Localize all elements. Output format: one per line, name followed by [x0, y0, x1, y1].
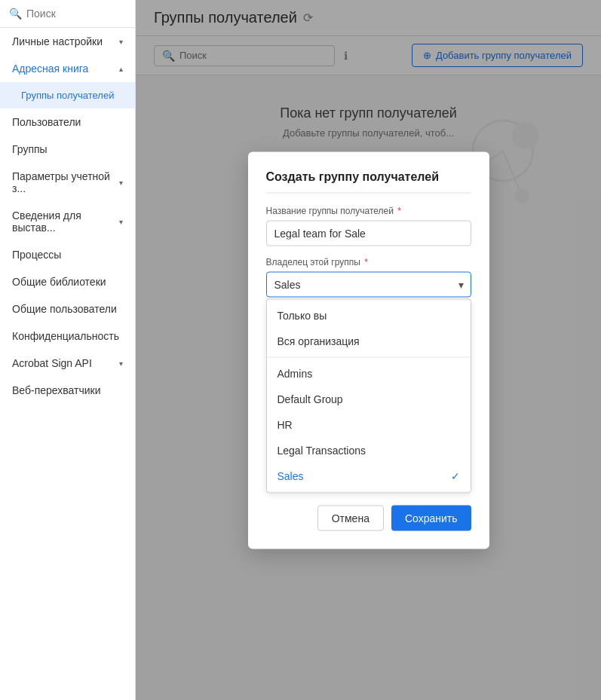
sidebar-item-label: Общие пользователи — [12, 303, 117, 315]
sidebar-search-input[interactable] — [26, 8, 126, 20]
dropdown-item-legal-transactions[interactable]: Legal Transactions — [267, 437, 471, 463]
modal-footer: Отмена Сохранить — [266, 505, 471, 530]
sidebar-item-shared-libs[interactable]: Общие библиотеки — [0, 268, 135, 295]
sidebar-item-label: Acrobat Sign API — [12, 357, 92, 369]
chevron-down-icon: ▾ — [119, 359, 123, 368]
dropdown-section-groups: Admins Default Group HR Legal Transactio… — [267, 357, 471, 492]
create-group-modal: Создать группу получателей Название груп… — [248, 151, 489, 549]
sidebar-item-label: Адресная книга — [12, 63, 88, 75]
chevron-down-icon: ▾ — [119, 38, 123, 46]
sidebar-item-users[interactable]: Пользователи — [0, 109, 135, 136]
sidebar-item-address-book[interactable]: Адресная книга ▴ — [0, 55, 135, 82]
sidebar-item-shared-users[interactable]: Общие пользователи — [0, 295, 135, 322]
dropdown-item-sales[interactable]: Sales ✓ — [267, 463, 471, 488]
name-field-label: Название группы получателей * — [266, 205, 471, 216]
sidebar-item-groups[interactable]: Группы — [0, 136, 135, 163]
sidebar-item-acrobat-sign-api[interactable]: Acrobat Sign API ▾ — [0, 350, 135, 377]
required-indicator: * — [395, 205, 401, 216]
sidebar-item-label: Личные настройки — [12, 35, 103, 47]
sidebar-item-label: Веб-перехватчики — [12, 384, 101, 396]
owner-dropdown-list: Только вы Вся организация Admins Default… — [266, 298, 471, 493]
sidebar-search[interactable]: 🔍 — [0, 0, 135, 28]
sidebar-item-workflows[interactable]: Процессы — [0, 241, 135, 268]
chevron-down-icon: ▾ — [119, 218, 123, 226]
owner-select[interactable]: Sales — [266, 271, 471, 297]
dropdown-item-default-group[interactable]: Default Group — [267, 386, 471, 411]
owner-field-label: Владелец этой группы * — [266, 256, 471, 267]
sidebar-item-label: Общие библиотеки — [12, 276, 106, 288]
sidebar-item-label: Параметры учетной з... — [12, 170, 119, 194]
group-name-input[interactable] — [266, 220, 471, 246]
dropdown-item-admins[interactable]: Admins — [267, 360, 471, 386]
sidebar-item-label: Группы получателей — [21, 90, 114, 101]
sidebar-item-billing[interactable]: Сведения для выстав... ▾ — [0, 202, 135, 241]
sidebar-item-privacy[interactable]: Конфиденциальность — [0, 322, 135, 350]
sidebar-item-account-settings[interactable]: Параметры учетной з... ▾ — [0, 163, 135, 202]
sidebar-item-label: Пользователи — [12, 116, 81, 128]
main-content: Группы получателей ⟳ 🔍 ℹ ⊕ Добавить груп… — [136, 0, 601, 700]
chevron-down-icon: ▾ — [119, 179, 123, 187]
sidebar-item-personal[interactable]: Личные настройки ▾ — [0, 28, 135, 55]
dropdown-item-all-org[interactable]: Вся организация — [267, 328, 471, 353]
cancel-button[interactable]: Отмена — [317, 505, 384, 530]
sidebar-item-recipient-groups[interactable]: Группы получателей — [0, 82, 135, 109]
modal-title: Создать группу получателей — [266, 170, 471, 193]
owner-select-wrapper: Sales ▾ — [266, 271, 471, 297]
sidebar-item-web-hooks[interactable]: Веб-перехватчики — [0, 377, 135, 404]
check-icon: ✓ — [451, 469, 460, 481]
search-icon: 🔍 — [9, 8, 22, 20]
sidebar-item-label: Сведения для выстав... — [12, 209, 119, 234]
dropdown-item-only-me[interactable]: Только вы — [267, 302, 471, 328]
sidebar-item-label: Процессы — [12, 249, 61, 261]
sidebar: 🔍 Личные настройки ▾ Адресная книга ▴ Гр… — [0, 0, 136, 700]
chevron-up-icon: ▴ — [119, 65, 123, 73]
required-indicator: * — [362, 256, 368, 267]
sidebar-item-label: Конфиденциальность — [12, 330, 119, 342]
dropdown-item-hr[interactable]: HR — [267, 411, 471, 437]
dropdown-section-personal: Только вы Вся организация — [267, 299, 471, 357]
save-button[interactable]: Сохранить — [391, 505, 471, 530]
sidebar-item-label: Группы — [12, 143, 48, 155]
